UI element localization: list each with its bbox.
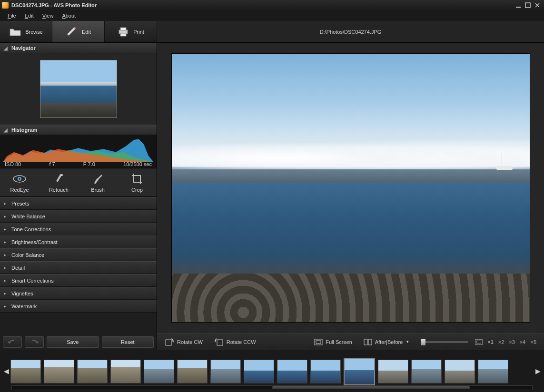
navigator-label: Navigator [11, 45, 36, 51]
menu-file[interactable]: File [4, 12, 20, 20]
pencil-icon [66, 27, 78, 37]
tab-edit[interactable]: Edit [52, 21, 105, 42]
filmstrip-prev[interactable]: ◀ [2, 358, 10, 384]
filmstrip-thumb[interactable] [310, 360, 341, 383]
after-before-dropdown[interactable]: After|Before ▼ [364, 339, 409, 345]
tool-redeye[interactable]: RedEye [4, 173, 35, 193]
tab-browse[interactable]: Browse [0, 21, 52, 42]
svg-rect-1 [525, 3, 530, 8]
wand-icon [51, 173, 66, 185]
chevron-right-icon [4, 278, 9, 283]
panel-presets[interactable]: Presets [0, 197, 157, 210]
save-button[interactable]: Save [47, 336, 99, 348]
tab-browse-label: Browse [25, 29, 43, 35]
titlebar: DSC04274.JPG - AVS Photo Editor [0, 0, 544, 10]
filmstrip-thumb[interactable] [44, 360, 74, 383]
canvas-wrap[interactable] [157, 43, 544, 333]
filmstrip-thumb[interactable] [277, 360, 307, 383]
navigator-preview[interactable] [0, 53, 157, 125]
svg-rect-4 [120, 33, 126, 36]
quick-tools: RedEye Retouch Brush Crop [0, 168, 157, 197]
panel-color-balance[interactable]: Color Balance [0, 248, 157, 261]
zoom-controls: ×1 ×2 ×3 ×4 ×5 [421, 339, 536, 345]
chevron-right-icon [4, 201, 9, 206]
chevron-down-icon: ◢ [4, 46, 9, 51]
minimize-button[interactable] [514, 1, 523, 9]
left-panel: ◢Navigator ◢Histogram ISO 80 f 7 F 7.0 1… [0, 43, 157, 350]
tool-crop-label: Crop [131, 187, 143, 193]
zoom-slider-knob[interactable] [421, 339, 425, 345]
fit-to-screen-button[interactable] [475, 339, 483, 345]
menu-view[interactable]: View [39, 12, 58, 20]
panel-detail[interactable]: Detail [0, 261, 157, 274]
panel-brightness-contrast[interactable]: Brightness/Contrast [0, 235, 157, 248]
fullscreen-button[interactable]: Full Screen [314, 339, 352, 345]
eye-icon [12, 173, 27, 185]
tool-brush[interactable]: Brush [83, 173, 113, 193]
canvas-panel: Rotate CW Rotate CCW Full Screen After|B… [157, 43, 544, 350]
redo-button[interactable] [25, 336, 44, 348]
svg-rect-14 [364, 339, 367, 345]
navigator-header[interactable]: ◢Navigator [0, 43, 157, 53]
tab-print[interactable]: Print [105, 21, 157, 42]
tab-edit-label: Edit [82, 29, 91, 35]
histogram-aperture: F 7.0 [83, 161, 95, 167]
filmstrip-thumb[interactable] [77, 360, 108, 383]
tool-brush-label: Brush [91, 187, 105, 193]
filmstrip-scroll-thumb[interactable] [272, 386, 470, 389]
undo-button[interactable] [3, 336, 22, 348]
maximize-button[interactable] [523, 1, 533, 9]
histogram-chart [3, 137, 154, 162]
zoom-x3[interactable]: ×3 [509, 339, 515, 345]
svg-rect-0 [516, 7, 521, 8]
chevron-right-icon [4, 214, 9, 219]
fullscreen-icon [314, 339, 323, 345]
filmstrip-thumb[interactable] [411, 360, 442, 383]
filmstrip-thumb[interactable] [445, 360, 475, 383]
rotate-cw-icon [165, 338, 174, 346]
adjustments-accordion: Presets White Balance Tone Corrections B… [0, 197, 157, 334]
histogram-fshort: f 7 [49, 161, 55, 167]
rotate-cw-button[interactable]: Rotate CW [165, 338, 203, 346]
filmstrip-track[interactable] [10, 354, 534, 388]
histogram-display: ISO 80 f 7 F 7.0 10/2500 sec [0, 135, 157, 168]
zoom-x4[interactable]: ×4 [520, 339, 526, 345]
rotate-ccw-button[interactable]: Rotate CCW [214, 338, 256, 346]
filmstrip-thumb[interactable] [244, 360, 274, 383]
zoom-x5[interactable]: ×5 [530, 339, 536, 345]
zoom-x2[interactable]: ×2 [498, 339, 504, 345]
panel-tone-corrections[interactable]: Tone Corrections [0, 223, 157, 235]
histogram-header[interactable]: ◢Histogram [0, 125, 157, 135]
filmstrip-next[interactable]: ▶ [534, 358, 542, 384]
tab-print-label: Print [133, 29, 144, 35]
tool-redeye-label: RedEye [10, 187, 29, 193]
reset-button[interactable]: Reset [102, 336, 154, 348]
menu-edit[interactable]: Edit [21, 12, 38, 20]
panel-smart-corrections[interactable]: Smart Corrections [0, 274, 157, 287]
histogram-label: Histogram [11, 127, 37, 133]
tool-crop[interactable]: Crop [122, 173, 152, 193]
rotate-ccw-icon [214, 338, 224, 346]
histogram-shutter: 10/2500 sec [123, 161, 152, 167]
filmstrip-scrollbar[interactable] [11, 385, 533, 390]
panel-vignettes[interactable]: Vignettes [0, 287, 157, 300]
filmstrip-thumb[interactable] [10, 360, 41, 383]
svg-rect-3 [120, 28, 126, 30]
filmstrip-thumb[interactable] [177, 360, 208, 383]
svg-point-9 [61, 174, 63, 176]
filmstrip-thumb[interactable] [478, 360, 508, 383]
tool-retouch[interactable]: Retouch [43, 173, 74, 193]
panel-watermark[interactable]: Watermark [0, 300, 157, 313]
filmstrip-thumb[interactable] [144, 360, 174, 383]
filmstrip-thumb[interactable] [210, 360, 241, 383]
filmstrip-thumb-selected[interactable] [344, 358, 375, 385]
close-button[interactable] [533, 1, 542, 9]
zoom-x1[interactable]: ×1 [487, 339, 494, 345]
zoom-slider[interactable] [421, 341, 468, 343]
menu-about[interactable]: About [58, 12, 79, 20]
chevron-right-icon [4, 252, 9, 257]
panel-white-balance[interactable]: White Balance [0, 210, 157, 223]
filmstrip-thumb[interactable] [378, 360, 408, 383]
svg-rect-13 [316, 341, 321, 343]
filmstrip-thumb[interactable] [110, 360, 141, 383]
